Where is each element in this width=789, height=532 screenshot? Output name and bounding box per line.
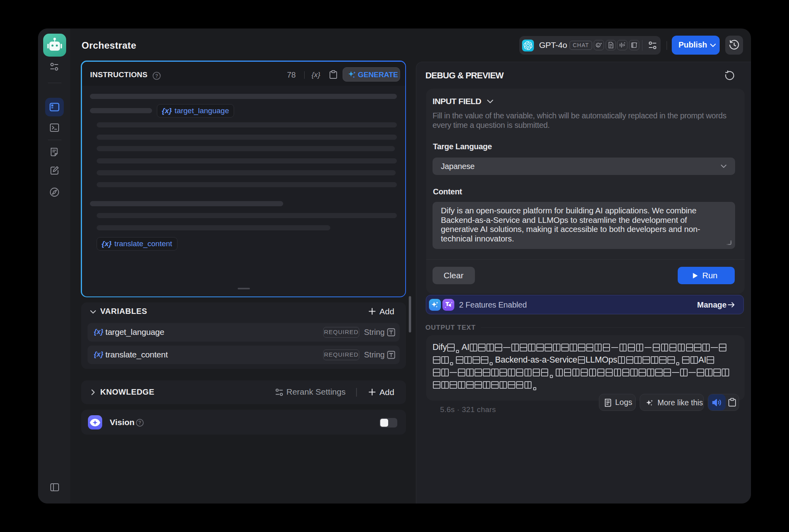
svg-text:?: ? — [155, 73, 158, 79]
svg-text:?: ? — [138, 420, 141, 426]
